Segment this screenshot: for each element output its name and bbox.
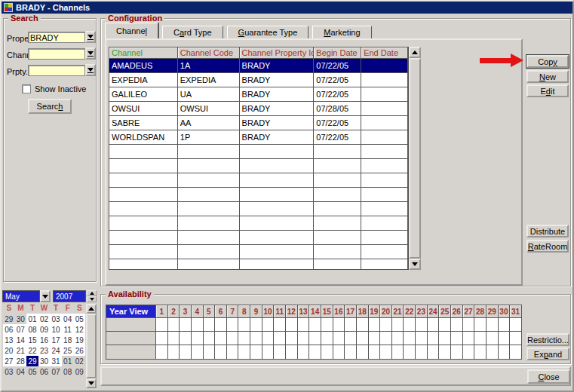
calendar-day-cell[interactable]: 06 [3,324,15,335]
empty-table-row[interactable] [109,245,408,259]
year-up-button[interactable] [87,290,97,296]
month-select[interactable]: May [2,290,40,302]
calendar-day-selected[interactable]: 29 [26,356,38,366]
calendar-day-cell[interactable]: 03 [50,314,62,324]
empty-table-row[interactable] [109,145,408,159]
calendar-day-cell[interactable]: 02 [38,314,51,324]
calendar-day-cell[interactable]: 05 [26,366,38,377]
calendar-scrollbar-thumb[interactable] [86,314,97,378]
empty-table-row[interactable] [109,231,408,245]
empty-cell [361,145,408,158]
empty-table-row[interactable] [109,259,408,270]
empty-table-row[interactable] [109,188,408,202]
empty-table-row[interactable] [109,173,408,188]
calendar-day-cell[interactable]: 24 [50,345,62,356]
calendar-day-cell[interactable]: 04 [15,366,27,377]
scroll-down-button[interactable] [409,259,421,270]
empty-table-row[interactable] [109,202,408,216]
search-button[interactable]: Search [28,99,72,114]
calendar-day-cell[interactable]: 06 [38,366,51,377]
calendar-day-cell[interactable]: 07 [15,324,27,335]
day-of-week-label: S [3,304,15,312]
calendar-day-cell[interactable]: 30 [38,356,51,366]
table-row[interactable]: GALILEOUABRADY07/22/05 [109,87,408,102]
year-field[interactable]: 2007 [53,290,86,302]
calendar-day-cell[interactable]: 22 [26,345,38,356]
calendar-scroll-down-button[interactable] [86,378,97,388]
calendar-day-cell[interactable]: 08 [62,366,74,377]
calendar-day-cell[interactable]: 23 [38,345,51,356]
calendar-day-cell[interactable]: 31 [50,356,62,366]
calendar-day-cell[interactable]: 01 [62,356,74,366]
property-input[interactable] [28,32,85,43]
table-scrollbar[interactable] [409,47,421,270]
table-row[interactable]: AMADEUS1ABRADY07/22/05 [109,59,408,73]
property-lov-button[interactable] [85,31,96,43]
channel-input[interactable] [28,48,85,60]
tab-card-type[interactable]: Card Type [162,26,223,38]
calendar-day-cell[interactable]: 11 [62,324,74,335]
calendar-day-cell[interactable]: 01 [26,314,38,324]
calendar-day-cell[interactable]: 12 [73,324,85,335]
close-button[interactable]: Close [527,369,570,384]
table-row[interactable]: EXPEDIAEXPEDIABRADY07/22/05 [109,73,408,87]
rateroom-button[interactable]: RateRoom [526,240,569,253]
calendar-day-cell[interactable]: 15 [26,335,38,345]
calendar-day-cell[interactable]: 17 [50,335,62,345]
calendar-day-cell[interactable]: 05 [73,314,85,324]
calendar-day-cell[interactable]: 09 [38,324,51,335]
tab-marketing[interactable]: Marketing [312,26,371,38]
copy-button[interactable]: Copy [526,55,569,68]
calendar-day-cell[interactable]: 29 [3,314,15,324]
calendar-day-cell[interactable]: 07 [50,366,62,377]
show-inactive-checkbox[interactable] [22,84,31,93]
table-cell: WORLDSPAN [109,130,178,144]
new-button[interactable]: New [526,70,569,83]
edit-button[interactable]: Edit [526,84,569,97]
empty-table-row[interactable] [109,159,408,173]
calendar-day-cell[interactable]: 19 [73,335,85,345]
calendar-day-cell[interactable]: 28 [15,356,27,366]
calendar-day-cell[interactable]: 04 [62,314,74,324]
calendar-day-cell[interactable]: 25 [62,345,74,356]
calendar-day-cell[interactable]: 26 [73,345,85,356]
prpty-id-lov-button[interactable] [85,64,96,76]
scroll-up-button[interactable] [409,47,421,58]
prpty-id-input[interactable] [28,65,85,76]
title-bar: BRADY - Channels [2,2,572,14]
table-row[interactable]: OWSUIOWSUIBRADY07/28/05 [109,102,408,116]
show-inactive-label: Show Inactive [35,84,86,93]
calendar-day-cell[interactable]: 03 [3,366,15,377]
calendar-day-cell[interactable]: 20 [3,345,15,356]
channel-lov-button[interactable] [85,47,96,60]
distribute-button[interactable]: Distribute [526,225,569,237]
table-cell: GALILEO [109,87,178,101]
empty-table-row[interactable] [109,216,408,231]
calendar-scroll-up-button[interactable] [86,304,97,314]
year-down-button[interactable] [87,296,97,302]
empty-cell [109,188,178,201]
calendar-day-cell[interactable]: 10 [50,324,62,335]
restrictions-button[interactable]: Restrictio... [526,333,569,346]
expand-button[interactable]: Expand [526,348,569,360]
table-cell: 07/22/05 [314,73,361,87]
calendar-day-cell[interactable]: 02 [73,356,85,366]
month-dropdown-button[interactable] [40,290,51,302]
tab-channel[interactable]: Channel [105,23,158,38]
scrollbar-thumb[interactable] [409,58,421,259]
calendar-day-cell[interactable]: 09 [73,366,85,377]
table-row[interactable]: SABREAABRADY07/22/05 [109,116,408,130]
calendar-day-cell[interactable]: 14 [15,335,27,345]
calendar-day-cell[interactable]: 18 [62,335,74,345]
tab-guarantee-type[interactable]: Guarantee Type [227,26,309,38]
calendar-scrollbar[interactable] [86,304,97,388]
year-view-header[interactable]: Year View [106,305,156,317]
calendar-day-cell[interactable]: 27 [3,356,15,366]
table-row[interactable]: WORLDSPAN1PBRADY07/22/05 [109,130,408,145]
calendar-day-cell[interactable]: 13 [3,335,15,345]
calendar-day-cell[interactable]: 08 [26,324,38,335]
calendar-day-cell[interactable]: 16 [38,335,51,345]
calendar-day-cell[interactable]: 21 [15,345,27,356]
calendar-day-cell[interactable]: 30 [15,314,27,324]
availability-row [106,318,521,332]
